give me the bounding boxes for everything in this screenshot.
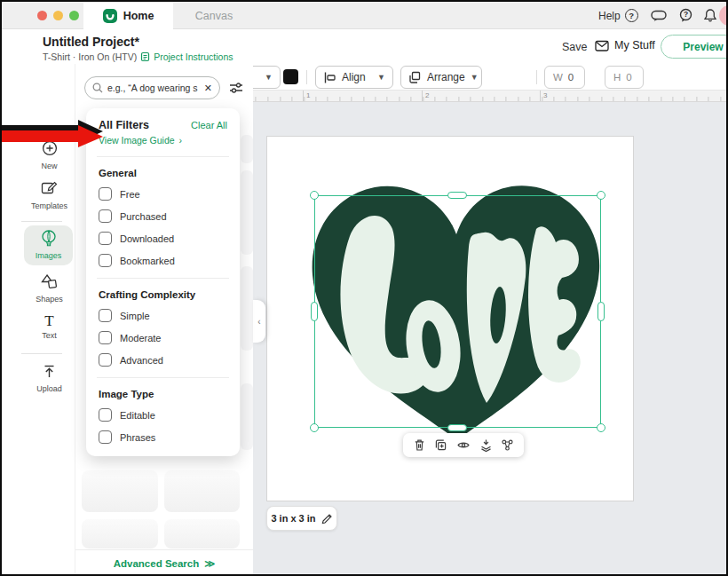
- filters-toggle-button[interactable]: [226, 78, 246, 98]
- image-tile-partial: [241, 266, 253, 351]
- filters-divider: [97, 377, 229, 378]
- minimize-window-button[interactable]: [53, 11, 63, 20]
- user-avatar[interactable]: [719, 5, 728, 26]
- filter-option-purchased[interactable]: Purchased: [99, 209, 227, 223]
- clear-search-icon[interactable]: ✕: [204, 83, 212, 94]
- selection-handle-top-right[interactable]: [597, 191, 605, 200]
- selection-handle-top-center[interactable]: [447, 192, 467, 199]
- filter-option-editable[interactable]: Editable: [99, 408, 227, 422]
- project-title: Untitled Project*: [43, 35, 139, 49]
- envelope-icon: [595, 40, 609, 51]
- ruler-tick: [303, 91, 304, 102]
- flatten-icon[interactable]: [479, 438, 493, 452]
- design-canvas[interactable]: 3 in x 3 in: [253, 102, 728, 576]
- selection-handle-left-middle[interactable]: [311, 302, 318, 321]
- width-value: 0: [568, 72, 574, 83]
- close-window-button[interactable]: [37, 11, 47, 20]
- sidebar-item-text[interactable]: T Text: [23, 313, 75, 340]
- plus-circle-icon: [42, 140, 58, 156]
- selection-handle-bottom-right[interactable]: [597, 423, 605, 432]
- zoom-window-button[interactable]: [69, 11, 79, 20]
- sidebar-item-new[interactable]: New: [23, 140, 75, 170]
- image-result-placeholder[interactable]: [164, 470, 240, 512]
- cricut-logo-icon: [103, 9, 117, 23]
- edit-pencil-icon[interactable]: [321, 513, 333, 525]
- sidebar-item-images[interactable]: Images: [24, 225, 73, 265]
- height-field[interactable]: H 0: [605, 66, 644, 89]
- sidebar-item-templates[interactable]: Templates: [23, 180, 75, 210]
- text-tool-icon: T: [23, 313, 75, 329]
- image-result-placeholder[interactable]: [82, 470, 158, 512]
- help-bubble-icon[interactable]: ?: [678, 8, 693, 23]
- project-header: Untitled Project* T-Shirt · Iron On (HTV…: [2, 29, 726, 64]
- view-image-guide-link[interactable]: View Image Guide ›: [99, 135, 227, 146]
- checkbox[interactable]: [99, 353, 112, 367]
- mat-size-badge[interactable]: 3 in x 3 in: [266, 506, 337, 531]
- sidebar-item-label: Templates: [23, 201, 75, 210]
- image-result-placeholder[interactable]: [82, 519, 158, 548]
- filter-option-downloaded[interactable]: Downloaded: [99, 232, 227, 245]
- tab-canvas-label: Canvas: [195, 10, 233, 22]
- filter-option-phrases[interactable]: Phrases: [99, 430, 227, 444]
- sidebar-item-shapes[interactable]: Shapes: [23, 273, 75, 304]
- chevron-down-icon: ▼: [377, 73, 385, 82]
- checkbox[interactable]: [99, 187, 112, 201]
- window-tab-bar: Home Canvas Help ? ?: [2, 2, 726, 29]
- image-search-bar[interactable]: ✕: [84, 76, 220, 99]
- tab-canvas[interactable]: Canvas: [173, 2, 255, 29]
- filter-sliders-icon: [229, 82, 243, 94]
- chevron-down-icon: ▼: [471, 73, 479, 82]
- sidebar-item-upload[interactable]: Upload: [23, 364, 75, 393]
- height-label: H: [613, 72, 621, 83]
- checkbox[interactable]: [99, 232, 112, 245]
- checkbox[interactable]: [99, 430, 112, 444]
- mat-size-label: 3 in x 3 in: [271, 513, 315, 524]
- filter-option-simple[interactable]: Simple: [99, 309, 227, 322]
- hide-eye-icon[interactable]: [456, 438, 471, 452]
- collapse-panel-button[interactable]: ‹: [253, 300, 265, 343]
- selection-handle-bottom-left[interactable]: [310, 423, 319, 432]
- arrange-dropdown[interactable]: Arrange ▼: [400, 66, 482, 89]
- horizontal-ruler: 1 2 3: [253, 91, 728, 102]
- checkbox[interactable]: [99, 254, 112, 267]
- checkbox[interactable]: [99, 408, 112, 422]
- width-field[interactable]: W 0: [544, 66, 585, 89]
- attach-icon[interactable]: [501, 438, 514, 452]
- save-button[interactable]: Save: [562, 41, 588, 53]
- filter-option-label: Moderate: [120, 333, 161, 343]
- ruler-minor-ticks: [253, 97, 728, 101]
- double-chevron-right-icon: ≫: [204, 557, 215, 570]
- filter-option-moderate[interactable]: Moderate: [99, 331, 227, 344]
- checkbox[interactable]: [99, 331, 112, 344]
- filter-option-label: Purchased: [120, 211, 167, 222]
- color-swatch-button[interactable]: [283, 69, 298, 84]
- upload-icon: [42, 364, 57, 379]
- checkbox[interactable]: [99, 209, 112, 223]
- my-stuff-button[interactable]: My Stuff: [595, 39, 655, 51]
- tab-home[interactable]: Home: [83, 2, 173, 30]
- notifications-bell-icon[interactable]: [703, 8, 717, 23]
- advanced-search-link[interactable]: Advanced Search: [114, 558, 200, 569]
- clear-all-filters-link[interactable]: Clear All: [191, 120, 227, 130]
- chat-icon[interactable]: [651, 10, 667, 22]
- preview-button[interactable]: Preview: [661, 35, 728, 59]
- arrange-label: Arrange: [427, 71, 465, 83]
- filter-option-free[interactable]: Free: [99, 187, 227, 201]
- filter-option-bookmarked[interactable]: Bookmarked: [99, 254, 227, 267]
- project-instructions-link[interactable]: Project Instructions: [154, 51, 233, 62]
- filters-divider: [97, 278, 229, 279]
- align-dropdown[interactable]: Align ▼: [315, 66, 393, 89]
- filter-option-advanced[interactable]: Advanced: [99, 353, 227, 367]
- image-result-placeholder[interactable]: [164, 519, 240, 548]
- help-menu[interactable]: Help ?: [598, 9, 638, 22]
- ruler-tick: [422, 91, 423, 102]
- search-input[interactable]: [107, 83, 200, 93]
- selection-bounding-box[interactable]: [314, 195, 601, 428]
- duplicate-icon[interactable]: [434, 438, 447, 452]
- selection-handle-right-middle[interactable]: [597, 302, 605, 321]
- filter-section-general: General: [99, 168, 227, 178]
- delete-trash-icon[interactable]: [413, 438, 426, 452]
- selection-handle-bottom-center[interactable]: [447, 424, 467, 431]
- selection-handle-top-left[interactable]: [310, 191, 319, 200]
- checkbox[interactable]: [99, 309, 112, 322]
